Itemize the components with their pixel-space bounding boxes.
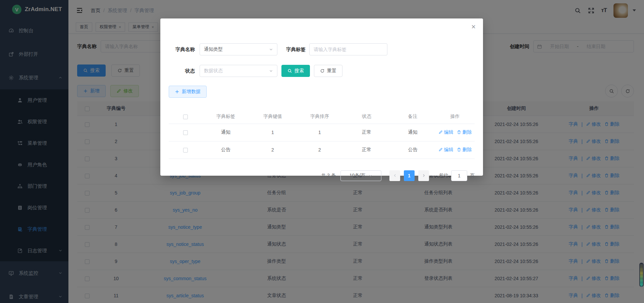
modal-column-header: 操作 xyxy=(435,110,475,124)
modal-delete-link[interactable]: 删除 xyxy=(457,147,472,153)
modal-dict-label-label: 字典标签 xyxy=(281,46,306,53)
modal-search-button[interactable]: 搜索 xyxy=(281,65,310,77)
modal-add-data-button-label: 新增数据 xyxy=(182,89,201,95)
pagination: 共 2 条 10条/页 1 前往 页 xyxy=(169,170,475,181)
modal-reset-button-label: 重置 xyxy=(327,68,336,74)
modal-column-header: 字典键值 xyxy=(249,110,296,124)
modal-actions-cell: 编辑删除 xyxy=(435,124,475,141)
prev-page-button[interactable] xyxy=(389,170,400,181)
dict-data-label-cell: 公告 xyxy=(202,141,249,159)
page-size-value: 10条/页 xyxy=(350,173,365,179)
modal-column-header: 字典排序 xyxy=(296,110,343,124)
modal-table-header-row: 字典标签字典键值字典排序状态备注操作 xyxy=(169,110,475,124)
modal-delete-link-label: 删除 xyxy=(463,147,472,153)
modal-table-row: 公告22正常公告编辑删除 xyxy=(169,141,475,159)
modal-row-checkbox[interactable] xyxy=(183,130,188,135)
modal-delete-link-label: 删除 xyxy=(463,129,472,135)
goto-label: 前往 xyxy=(439,173,448,179)
dict-data-table: 字典标签字典键值字典排序状态备注操作通知11正常通知编辑删除公告22正常公告编辑… xyxy=(169,110,475,159)
scrollbar-thumb[interactable] xyxy=(639,263,644,287)
dict-data-label-cell: 通知 xyxy=(202,124,249,141)
pagination-goto: 前往 页 xyxy=(439,170,475,181)
modal-reset-button[interactable]: 重置 xyxy=(314,65,342,77)
page-size-select[interactable]: 10条/页 xyxy=(340,170,381,181)
modal-status-label: 状态 xyxy=(169,68,195,74)
modal-row-actions: 编辑删除 xyxy=(438,147,472,153)
close-icon[interactable]: × xyxy=(471,23,476,31)
modal-delete-link[interactable]: 删除 xyxy=(457,129,472,135)
modal-status-placeholder: 数据状态 xyxy=(204,68,223,74)
chevron-down-icon xyxy=(369,173,372,178)
modal-table-row: 通知11正常通知编辑删除 xyxy=(169,124,475,141)
page-number-button[interactable]: 1 xyxy=(404,170,415,181)
pagination-total: 共 2 条 xyxy=(321,173,336,179)
chevron-down-icon xyxy=(269,47,273,51)
modal-actions-cell: 编辑删除 xyxy=(435,141,475,159)
modal-select-all-header xyxy=(169,110,202,124)
goto-page-input[interactable] xyxy=(451,170,467,181)
modal-dict-name-value: 通知类型 xyxy=(204,46,223,52)
modal-row-checkbox[interactable] xyxy=(183,148,188,153)
dict-data-remark-cell: 通知 xyxy=(390,124,435,141)
modal-column-header: 字典标签 xyxy=(202,110,249,124)
dict-data-status-cell: 正常 xyxy=(343,124,390,141)
row-select-cell xyxy=(169,141,202,159)
modal-add-data-button[interactable]: 新增数据 xyxy=(169,86,207,98)
dict-data-value-cell: 1 xyxy=(249,124,296,141)
modal-column-header: 状态 xyxy=(343,110,390,124)
modal-edit-link[interactable]: 编辑 xyxy=(438,129,453,135)
dict-data-remark-cell: 公告 xyxy=(390,141,435,159)
app-root: V ZrAdmin.NET 控制台外部打开系统管理用户管理权限管理菜单管理用户角… xyxy=(0,0,644,303)
modal-status-select[interactable]: 数据状态 xyxy=(200,65,277,77)
modal-edit-link-label: 编辑 xyxy=(444,129,453,135)
dict-data-status-cell: 正常 xyxy=(343,141,390,159)
page-unit-label: 页 xyxy=(470,173,475,179)
dict-data-value-cell: 2 xyxy=(249,141,296,159)
chevron-down-icon xyxy=(269,69,273,73)
dict-data-modal: × 字典名称 通知类型 字典标签 状态 数据状态 搜索 重置 xyxy=(160,18,483,176)
modal-select-all-checkbox[interactable] xyxy=(183,115,188,119)
modal-filter-row-2: 状态 数据状态 搜索 重置 xyxy=(169,65,475,77)
modal-search-button-label: 搜索 xyxy=(294,68,304,74)
dict-data-sort-cell: 2 xyxy=(296,141,343,159)
modal-dict-name-label: 字典名称 xyxy=(169,46,195,53)
modal-edit-link[interactable]: 编辑 xyxy=(438,147,453,153)
modal-edit-link-label: 编辑 xyxy=(444,147,453,153)
next-page-button[interactable] xyxy=(418,170,429,181)
modal-row-actions: 编辑删除 xyxy=(438,129,472,135)
modal-dict-label-input[interactable] xyxy=(309,43,387,55)
row-select-cell xyxy=(169,124,202,141)
dict-data-sort-cell: 1 xyxy=(296,124,343,141)
modal-column-header: 备注 xyxy=(390,110,435,124)
modal-dict-name-select[interactable]: 通知类型 xyxy=(200,43,277,55)
modal-filter-row-1: 字典名称 通知类型 字典标签 xyxy=(169,43,475,55)
